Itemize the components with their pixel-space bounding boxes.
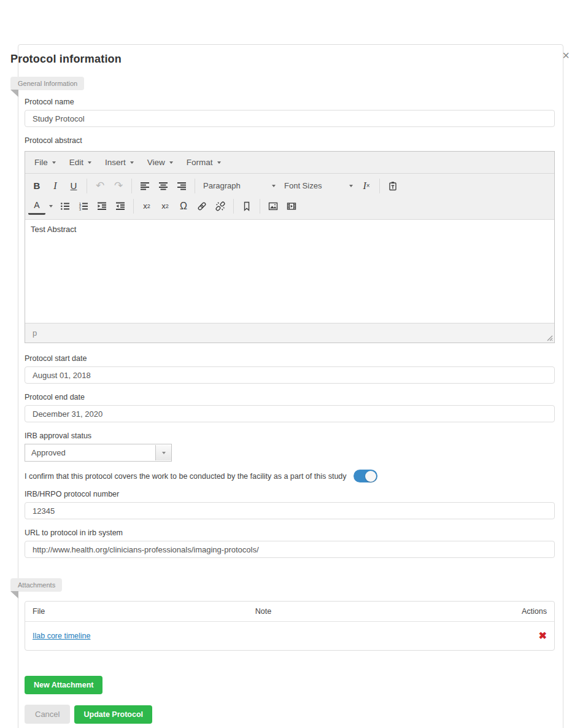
irb-number-group: IRB/HRPO protocol number <box>25 490 555 519</box>
irb-status-group: IRB approval status Approved <box>25 432 555 462</box>
update-protocol-button[interactable]: Update Protocol <box>74 705 152 724</box>
end-date-input[interactable] <box>25 405 555 422</box>
chevron-down-icon <box>52 161 56 164</box>
chevron-down-icon <box>169 161 173 164</box>
insert-link-icon[interactable] <box>193 198 211 214</box>
protocol-name-label: Protocol name <box>25 98 555 106</box>
align-right-icon[interactable] <box>173 178 190 194</box>
chevron-down-icon <box>217 161 221 164</box>
attachments-table: File Note Actions Ilab core timeline ✖ <box>25 601 555 651</box>
indent-icon[interactable] <box>93 198 110 214</box>
protocol-form-panel: General Information Protocol name Protoc… <box>18 44 563 728</box>
irb-url-input[interactable] <box>25 541 555 558</box>
rich-text-editor: File Edit Insert View Format B I U ↶ ↷ <box>25 151 555 343</box>
menu-edit[interactable]: Edit <box>63 152 98 173</box>
cancel-button[interactable]: Cancel <box>25 705 70 724</box>
start-date-group: Protocol start date <box>25 354 555 384</box>
menu-insert[interactable]: Insert <box>98 152 141 173</box>
select-dropdown-button[interactable] <box>155 445 171 460</box>
redo-icon[interactable]: ↷ <box>110 178 127 194</box>
page-title: Protocol information <box>10 53 122 66</box>
special-character-icon[interactable]: Ω <box>175 198 192 214</box>
general-information-section-badge: General Information <box>10 77 555 90</box>
insert-image-icon[interactable] <box>265 198 282 214</box>
end-date-group: Protocol end date <box>25 393 555 422</box>
irb-number-input[interactable] <box>25 502 555 519</box>
chevron-down-icon <box>272 185 276 187</box>
underline-icon[interactable]: U <box>65 178 82 194</box>
column-header-actions: Actions <box>311 602 554 621</box>
menu-file[interactable]: File <box>28 152 63 173</box>
column-header-note: Note <box>215 602 311 621</box>
toggle-knob <box>365 471 376 482</box>
paste-icon[interactable] <box>384 178 401 194</box>
insert-media-icon[interactable] <box>283 198 300 214</box>
clear-formatting-icon[interactable]: I× <box>358 178 375 194</box>
chevron-down-icon <box>349 185 353 187</box>
superscript-icon[interactable]: x2 <box>157 198 174 214</box>
irb-url-label: URL to protocol in irb system <box>25 529 555 537</box>
attachment-note <box>215 627 311 645</box>
start-date-input[interactable] <box>25 366 555 384</box>
badge-fold-triangle <box>10 591 18 598</box>
close-icon[interactable]: × <box>560 47 572 64</box>
section-badge-label: General Information <box>10 77 84 90</box>
remove-link-icon[interactable] <box>212 198 229 214</box>
editor-toolbar: B I U ↶ ↷ <box>25 174 554 220</box>
confirm-row: I confirm that this protocol covers the … <box>25 470 555 482</box>
protocol-name-input[interactable] <box>25 110 555 127</box>
numbered-list-icon[interactable]: 1 2 3 <box>75 198 92 214</box>
element-path[interactable]: p <box>33 328 37 338</box>
editor-menubar: File Edit Insert View Format <box>25 152 554 174</box>
align-left-icon[interactable] <box>136 178 153 194</box>
footer-actions: Cancel Update Protocol <box>25 705 555 724</box>
editor-content-area[interactable]: Test Abstract <box>25 220 554 323</box>
start-date-label: Protocol start date <box>25 354 555 363</box>
badge-fold-triangle <box>10 90 18 97</box>
delete-attachment-icon[interactable]: ✖ <box>539 630 547 641</box>
paragraph-format-dropdown[interactable]: Paragraph <box>199 177 280 195</box>
protocol-abstract-label: Protocol abstract <box>25 136 555 145</box>
menu-view[interactable]: View <box>141 152 180 173</box>
attachments-section-badge: Attachments <box>10 578 555 592</box>
svg-text:3: 3 <box>79 207 82 211</box>
irb-url-group: URL to protocol in irb system <box>25 529 555 558</box>
irb-number-label: IRB/HRPO protocol number <box>25 490 555 498</box>
undo-icon[interactable]: ↶ <box>91 178 109 194</box>
new-attachment-wrap: New Attachment <box>25 676 555 694</box>
toolbar-row-1: B I U ↶ ↷ <box>28 176 552 196</box>
attachments-table-header: File Note Actions <box>25 602 554 621</box>
end-date-label: Protocol end date <box>25 393 555 401</box>
bullet-list-icon[interactable] <box>56 198 74 214</box>
chevron-down-icon <box>162 452 166 454</box>
font-sizes-dropdown[interactable]: Font Sizes <box>280 177 357 195</box>
anchor-bookmark-icon[interactable] <box>238 198 255 214</box>
text-color-chevron-icon[interactable] <box>47 198 55 214</box>
align-center-icon[interactable] <box>155 178 172 194</box>
bold-icon[interactable]: B <box>28 178 45 194</box>
table-row: Ilab core timeline ✖ <box>25 621 554 650</box>
protocol-information-modal: Protocol information × General Informati… <box>0 44 580 728</box>
section-badge-label: Attachments <box>10 578 62 592</box>
attachment-file-link[interactable]: Ilab core timeline <box>33 632 91 640</box>
menu-format[interactable]: Format <box>180 152 228 173</box>
chevron-down-icon <box>130 161 134 164</box>
editor-statusbar: p <box>25 323 554 343</box>
text-color-icon[interactable]: A <box>28 197 45 215</box>
subscript-icon[interactable]: x2 <box>138 198 155 214</box>
column-header-file: File <box>25 602 215 621</box>
resize-handle-icon[interactable] <box>546 335 553 341</box>
toolbar-row-2: A 1 2 3 <box>28 196 552 216</box>
protocol-name-group: Protocol name <box>25 98 555 127</box>
confirm-label: I confirm that this protocol covers the … <box>25 472 347 481</box>
irb-status-label: IRB approval status <box>25 432 555 440</box>
protocol-abstract-group: Protocol abstract File Edit Insert View … <box>25 136 555 343</box>
outdent-icon[interactable] <box>112 198 129 214</box>
new-attachment-button[interactable]: New Attachment <box>25 676 102 694</box>
irb-status-selected-value: Approved <box>25 448 155 457</box>
chevron-down-icon <box>88 161 91 164</box>
irb-status-select[interactable]: Approved <box>25 444 172 462</box>
confirm-toggle[interactable] <box>354 470 377 482</box>
italic-icon[interactable]: I <box>47 178 64 194</box>
